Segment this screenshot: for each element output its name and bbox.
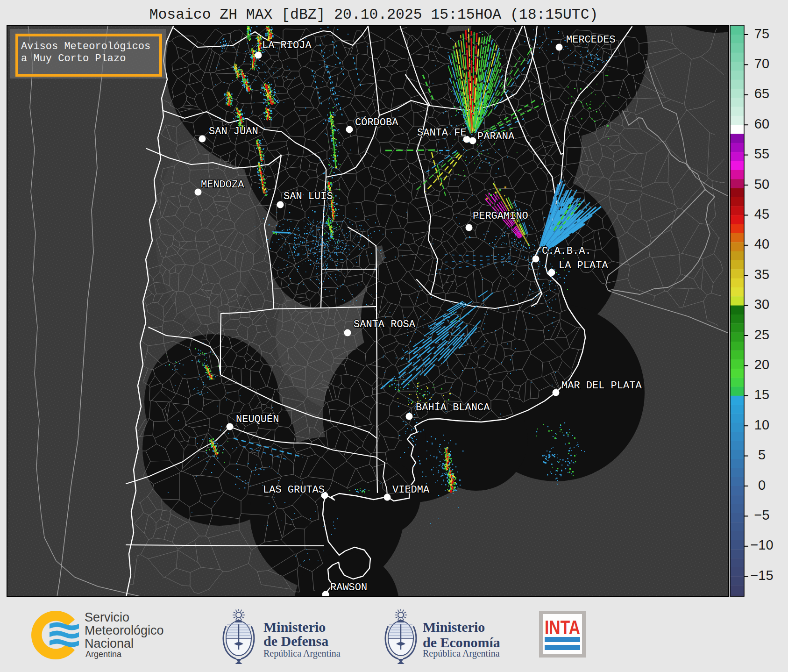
svg-text:C.A.B.A.: C.A.B.A. — [542, 245, 591, 257]
svg-text:75: 75 — [754, 26, 769, 41]
svg-text:RAWSON: RAWSON — [330, 582, 367, 593]
svg-text:PARANA: PARANA — [477, 131, 515, 143]
svg-text:SAN LUIS: SAN LUIS — [284, 191, 333, 202]
svg-text:Ministerio: Ministerio — [423, 619, 485, 635]
svg-text:NEUQUÉN: NEUQUÉN — [236, 413, 279, 425]
svg-text:CÓRDOBA: CÓRDOBA — [355, 116, 398, 129]
svg-text:Nacional: Nacional — [85, 636, 134, 651]
svg-text:5: 5 — [758, 447, 766, 462]
svg-text:SANTA ROSA: SANTA ROSA — [354, 319, 416, 330]
svg-text:70: 70 — [754, 56, 769, 71]
svg-text:35: 35 — [754, 267, 769, 282]
svg-text:−5: −5 — [754, 508, 769, 522]
svg-text:65: 65 — [754, 86, 769, 101]
svg-text:10: 10 — [754, 417, 769, 432]
svg-text:15: 15 — [754, 387, 769, 402]
svg-text:50: 50 — [754, 177, 769, 192]
svg-text:SANTA FE: SANTA FE — [417, 127, 467, 139]
svg-text:LAS GRUTAS: LAS GRUTAS — [263, 484, 325, 496]
svg-text:LA PLATA: LA PLATA — [559, 260, 608, 272]
svg-text:MAR DEL PLATA: MAR DEL PLATA — [561, 380, 642, 392]
svg-text:−10: −10 — [750, 537, 773, 552]
svg-text:VIEDMA: VIEDMA — [392, 484, 430, 496]
svg-text:BAHÍA BLANCA: BAHÍA BLANCA — [416, 401, 490, 414]
svg-text:Argentina: Argentina — [85, 650, 122, 659]
svg-text:20: 20 — [754, 357, 769, 372]
svg-text:LA RIOJA: LA RIOJA — [262, 40, 312, 51]
svg-text:MENDOZA: MENDOZA — [201, 179, 244, 191]
svg-text:55: 55 — [754, 146, 769, 161]
svg-text:60: 60 — [754, 116, 769, 131]
svg-text:30: 30 — [754, 297, 769, 312]
svg-text:Ministerio: Ministerio — [263, 619, 326, 635]
svg-text:PERGAMINO: PERGAMINO — [473, 210, 528, 222]
svg-text:45: 45 — [754, 207, 769, 222]
svg-text:República Argentina: República Argentina — [423, 648, 500, 659]
svg-text:−15: −15 — [750, 568, 773, 583]
svg-text:Meteorológico: Meteorológico — [85, 623, 164, 637]
svg-text:Servicio: Servicio — [85, 610, 129, 624]
svg-text:de Defensa: de Defensa — [263, 633, 328, 649]
svg-text:SAN JUAN: SAN JUAN — [209, 126, 258, 137]
svg-text:0: 0 — [758, 478, 766, 493]
svg-text:40: 40 — [754, 236, 769, 251]
svg-text:INTA: INTA — [545, 616, 580, 638]
svg-text:25: 25 — [754, 327, 769, 342]
svg-text:República Argentina: República Argentina — [263, 648, 341, 659]
svg-text:MERCEDES: MERCEDES — [566, 34, 616, 46]
